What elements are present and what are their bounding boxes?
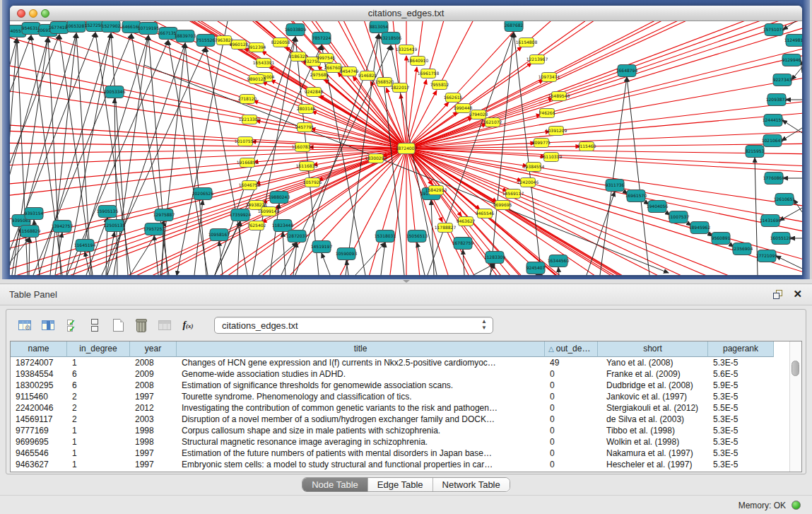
graph-edge[interactable] <box>627 77 649 275</box>
table-cell[interactable]: 5.3E-5 <box>708 448 774 459</box>
table-cell[interactable]: 1 <box>67 448 130 459</box>
table-vertical-scrollbar[interactable] <box>789 341 801 472</box>
graph-edge[interactable] <box>782 128 802 141</box>
table-row[interactable]: 2242004622012Investigating the contribut… <box>11 402 801 414</box>
table-cell[interactable]: 6 <box>67 380 130 391</box>
graph-edge[interactable] <box>10 148 406 156</box>
table-cell[interactable]: Dudbridge et al. (2008) <box>598 380 708 391</box>
table-cell[interactable]: 49 <box>545 357 598 368</box>
table-row[interactable]: 911546021997Tourette syndrome. Phenomeno… <box>11 391 801 402</box>
graph-edge[interactable] <box>406 148 802 157</box>
merge-rows-button[interactable] <box>85 316 105 334</box>
float-panel-icon[interactable] <box>773 290 782 299</box>
graph-edge[interactable] <box>779 208 802 221</box>
table-cell[interactable]: 5.3E-5 <box>708 391 774 402</box>
table-cell[interactable]: 1997 <box>130 459 177 470</box>
table-cell[interactable]: Jankovic et al. (1997) <box>598 391 708 402</box>
table-row[interactable]: 969969511998Structural magnetic resonanc… <box>11 436 801 448</box>
table-cell[interactable]: 9463627 <box>11 459 67 470</box>
scrollbar-thumb[interactable] <box>792 361 799 376</box>
tab-network-table[interactable]: Network Table <box>433 478 510 491</box>
table-cell[interactable]: Yano et al. (2008) <box>598 357 708 368</box>
graph-edge[interactable] <box>514 33 541 275</box>
graph-edge[interactable] <box>782 120 802 133</box>
table-cell[interactable]: 0 <box>545 368 598 380</box>
table-cell[interactable]: 5.3E-5 <box>708 425 774 436</box>
table-cell[interactable]: 0 <box>545 459 598 470</box>
table-cell[interactable]: 9115460 <box>11 391 67 402</box>
table-cell[interactable]: 2008 <box>130 357 177 368</box>
table-cell[interactable]: 2008 <box>130 380 177 391</box>
graph-edge[interactable] <box>10 38 17 275</box>
graph-edge[interactable] <box>259 243 297 275</box>
table-row[interactable]: 946554611997Estimation of the future num… <box>11 448 801 459</box>
table-cell[interactable]: Wolkin et al. (1998) <box>598 436 708 448</box>
table-cell[interactable]: 0 <box>545 380 598 391</box>
table-cell[interactable]: 0 <box>545 391 598 402</box>
graph-edge[interactable] <box>322 253 330 275</box>
new-table-button[interactable] <box>108 316 128 334</box>
column-visibility-button[interactable] <box>38 316 58 334</box>
table-cell[interactable]: 5.5E-5 <box>708 402 774 414</box>
table-cell[interactable]: Tibbo et al. (1998) <box>598 425 708 436</box>
table-cell[interactable]: 5.3E-5 <box>708 414 774 425</box>
network-graph[interactable]: 2405572954631520691406167741971065328715… <box>10 21 802 275</box>
table-cell[interactable]: 19384554 <box>11 368 67 380</box>
column-header-name[interactable]: name <box>11 341 67 357</box>
column-header-out_de[interactable]: △out_de… <box>545 341 598 357</box>
memory-ok-indicator-icon[interactable] <box>792 501 801 510</box>
table-cell[interactable]: Hescheler et al. (1997) <box>598 459 708 470</box>
close-panel-icon[interactable]: ✕ <box>793 288 802 300</box>
table-cell[interactable]: 1 <box>67 436 130 448</box>
column-header-year[interactable]: year <box>130 341 177 357</box>
table-cell[interactable]: 5.9E-5 <box>708 380 774 391</box>
table-cell[interactable]: Genome-wide association studies in ADHD. <box>177 368 545 380</box>
graph-edge[interactable] <box>473 264 495 275</box>
table-cell[interactable]: 1 <box>67 425 130 436</box>
table-cell[interactable]: Franke et al. (2009) <box>598 368 708 380</box>
graph-edge[interactable] <box>463 250 464 275</box>
table-cell[interactable]: Estimation of the future numbers of pati… <box>177 448 545 459</box>
table-cell[interactable]: 9465546 <box>11 448 67 459</box>
table-cell[interactable]: 1998 <box>130 436 177 448</box>
table-cell[interactable]: Embryonic stem cells: a model to study s… <box>177 459 545 470</box>
table-cell[interactable]: Structural magnetic resonance image aver… <box>177 436 545 448</box>
table-cell[interactable]: 2 <box>67 414 130 425</box>
select-columns-button[interactable]: ✓ ✓ <box>61 316 81 334</box>
graph-edge[interactable] <box>418 21 499 61</box>
table-cell[interactable]: 6 <box>67 368 130 380</box>
graph-edge[interactable] <box>219 241 223 275</box>
table-cell[interactable]: 18300295 <box>11 380 67 391</box>
graph-edge[interactable] <box>381 243 385 275</box>
table-row[interactable]: 1456911722003Disruption of a novel membe… <box>11 414 801 425</box>
table-cell[interactable]: 0 <box>545 436 598 448</box>
table-cell[interactable]: 18724007 <box>11 357 67 368</box>
graph-edge[interactable] <box>10 158 376 275</box>
graph-edge[interactable] <box>406 21 802 148</box>
graph-edge[interactable] <box>600 77 627 275</box>
table-cell[interactable]: 2012 <box>130 402 177 414</box>
table-cell[interactable]: 1 <box>67 459 130 470</box>
table-cell[interactable]: Tourette syndrome. Phenomenology and cla… <box>177 391 545 402</box>
table-cell[interactable]: 22420046 <box>11 402 67 414</box>
table-cell[interactable]: 14569117 <box>11 414 67 425</box>
column-header-pagerank[interactable]: pagerank <box>708 341 774 357</box>
graph-edge[interactable] <box>154 235 158 275</box>
table-row[interactable]: 977716911998Corpus callosum shape and si… <box>11 425 801 436</box>
window-titlebar[interactable]: citations_edges.txt <box>10 6 802 21</box>
table-cell[interactable]: 0 <box>545 402 598 414</box>
graph-edge[interactable] <box>406 37 802 148</box>
tab-edge-table[interactable]: Edge Table <box>368 478 433 491</box>
function-builder-button[interactable]: f(x) <box>178 316 198 334</box>
table-cell[interactable]: 2003 <box>130 414 177 425</box>
table-cell[interactable]: de Silva et al. (2003) <box>598 414 708 425</box>
table-cell[interactable]: 2 <box>67 391 130 402</box>
graph-edge[interactable] <box>48 37 61 275</box>
table-row[interactable]: 1872400712008Changes of HCN gene express… <box>11 357 801 368</box>
table-cell[interactable]: 5.3E-5 <box>708 357 774 368</box>
graph-edge[interactable] <box>10 38 17 275</box>
table-cell[interactable]: 1997 <box>130 391 177 402</box>
table-cell[interactable]: 0 <box>545 448 598 459</box>
table-mode-button[interactable]: ⚙ <box>15 316 35 334</box>
graph-edge[interactable] <box>792 67 802 80</box>
